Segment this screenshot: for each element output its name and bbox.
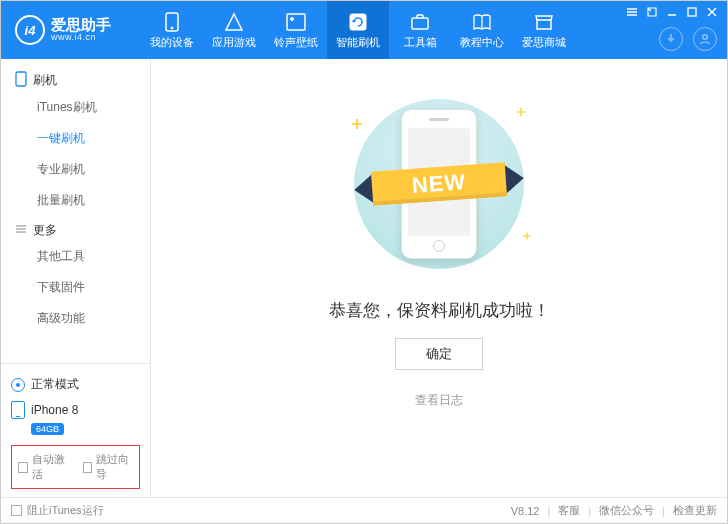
checkbox-icon [18, 462, 28, 473]
brand-url: www.i4.cn [51, 33, 111, 43]
device-icon [11, 401, 25, 419]
window-controls [625, 5, 719, 19]
sidebar-item-other-tools[interactable]: 其他工具 [1, 241, 150, 272]
checkbox-label: 跳过向导 [96, 452, 133, 482]
svg-point-3 [291, 17, 294, 20]
nav-toolbox[interactable]: 工具箱 [389, 1, 451, 59]
checkbox-block-itunes[interactable]: 阻止iTunes运行 [11, 503, 104, 518]
nav-label: 工具箱 [404, 35, 437, 50]
apps-icon [223, 11, 245, 33]
more-icon [15, 223, 27, 238]
svg-rect-7 [688, 8, 696, 16]
nav-label: 爱思商城 [522, 35, 566, 50]
store-icon [533, 11, 555, 33]
image-icon [285, 11, 307, 33]
view-log-link[interactable]: 查看日志 [415, 392, 463, 409]
checkbox-icon [83, 462, 93, 473]
svg-rect-6 [537, 20, 551, 29]
sidebar: 刷机 iTunes刷机 一键刷机 专业刷机 批量刷机 更多 其他工具 下载固件 … [1, 59, 151, 497]
nav-ringtone[interactable]: 铃声壁纸 [265, 1, 327, 59]
mode-indicator[interactable]: 正常模式 [11, 372, 140, 397]
book-icon [471, 11, 493, 33]
body: 刷机 iTunes刷机 一键刷机 专业刷机 批量刷机 更多 其他工具 下载固件 … [1, 59, 727, 497]
svg-rect-2 [287, 14, 305, 30]
svg-point-8 [703, 35, 708, 40]
footer-link-update[interactable]: 检查更新 [673, 503, 717, 518]
group-title: 更多 [33, 222, 57, 239]
device-name: iPhone 8 [31, 403, 78, 417]
user-icon[interactable] [693, 27, 717, 51]
minimize-icon[interactable] [665, 5, 679, 19]
header: i4 爱思助手 www.i4.cn 我的设备 应用游戏 铃声壁纸 智能刷机 [1, 1, 727, 59]
menu-icon[interactable] [625, 5, 639, 19]
ribbon-text: NEW [371, 162, 507, 205]
checkbox-skip-guide[interactable]: 跳过向导 [83, 452, 134, 482]
sidebar-group-flash: 刷机 [1, 65, 150, 92]
sidebar-scroll: 刷机 iTunes刷机 一键刷机 专业刷机 批量刷机 更多 其他工具 下载固件 … [1, 59, 150, 363]
nav-label: 我的设备 [150, 35, 194, 50]
nav-tutorial[interactable]: 教程中心 [451, 1, 513, 59]
header-actions [659, 27, 717, 51]
checkbox-icon [11, 505, 22, 516]
sparkle-icon [352, 119, 362, 129]
checkbox-auto-activate[interactable]: 自动激活 [18, 452, 69, 482]
sidebar-group-more: 更多 [1, 216, 150, 241]
footer-right: V8.12 | 客服 | 微信公众号 | 检查更新 [511, 503, 717, 518]
sidebar-item-pro-flash[interactable]: 专业刷机 [1, 154, 150, 185]
sidebar-item-itunes-flash[interactable]: iTunes刷机 [1, 92, 150, 123]
highlighted-checkboxes: 自动激活 跳过向导 [11, 445, 140, 489]
nav-label: 教程中心 [460, 35, 504, 50]
sparkle-icon [524, 233, 531, 240]
device-indicator[interactable]: iPhone 8 [11, 397, 140, 423]
sidebar-item-download-firmware[interactable]: 下载固件 [1, 272, 150, 303]
nav-label: 应用游戏 [212, 35, 256, 50]
main-panel: NEW 恭喜您，保资料刷机成功啦！ 确定 查看日志 [151, 59, 727, 497]
sidebar-item-batch-flash[interactable]: 批量刷机 [1, 185, 150, 216]
skin-icon[interactable] [645, 5, 659, 19]
success-message: 恭喜您，保资料刷机成功啦！ [329, 299, 550, 322]
flash-icon [347, 11, 369, 33]
checkbox-label: 自动激活 [32, 452, 69, 482]
maximize-icon[interactable] [685, 5, 699, 19]
logo[interactable]: i4 爱思助手 www.i4.cn [1, 15, 141, 45]
checkbox-label: 阻止iTunes运行 [27, 503, 104, 518]
nav-label: 铃声壁纸 [274, 35, 318, 50]
phone-outline-icon [15, 71, 27, 90]
close-icon[interactable] [705, 5, 719, 19]
nav-flash[interactable]: 智能刷机 [327, 1, 389, 59]
nav-store[interactable]: 爱思商城 [513, 1, 575, 59]
version-label: V8.12 [511, 505, 540, 517]
group-title: 刷机 [33, 72, 57, 89]
logo-mark: i4 [15, 15, 45, 45]
mode-label: 正常模式 [31, 376, 79, 393]
nav-apps[interactable]: 应用游戏 [203, 1, 265, 59]
sparkle-icon [517, 108, 525, 116]
logo-text: 爱思助手 www.i4.cn [51, 17, 111, 43]
svg-rect-5 [412, 18, 428, 29]
top-nav: 我的设备 应用游戏 铃声壁纸 智能刷机 工具箱 教程中心 [141, 1, 575, 59]
svg-point-1 [171, 27, 173, 29]
confirm-button[interactable]: 确定 [395, 338, 483, 370]
nav-label: 智能刷机 [336, 35, 380, 50]
storage-badge: 64GB [31, 423, 64, 435]
sidebar-item-advanced[interactable]: 高级功能 [1, 303, 150, 334]
footer-link-wechat[interactable]: 微信公众号 [599, 503, 654, 518]
download-icon[interactable] [659, 27, 683, 51]
nav-my-device[interactable]: 我的设备 [141, 1, 203, 59]
sidebar-bottom: 正常模式 iPhone 8 64GB 自动激活 跳过向导 [1, 363, 150, 497]
svg-rect-4 [350, 14, 366, 30]
success-illustration: NEW [324, 89, 554, 279]
mode-dot-icon [11, 378, 25, 392]
sidebar-item-onekey-flash[interactable]: 一键刷机 [1, 123, 150, 154]
footer: 阻止iTunes运行 V8.12 | 客服 | 微信公众号 | 检查更新 [1, 497, 727, 523]
footer-link-support[interactable]: 客服 [558, 503, 580, 518]
app-window: i4 爱思助手 www.i4.cn 我的设备 应用游戏 铃声壁纸 智能刷机 [0, 0, 728, 524]
toolbox-icon [409, 11, 431, 33]
brand-name: 爱思助手 [51, 17, 111, 34]
device-storage-row: 64GB [11, 423, 140, 439]
phone-icon [161, 11, 183, 33]
svg-rect-9 [16, 72, 26, 86]
